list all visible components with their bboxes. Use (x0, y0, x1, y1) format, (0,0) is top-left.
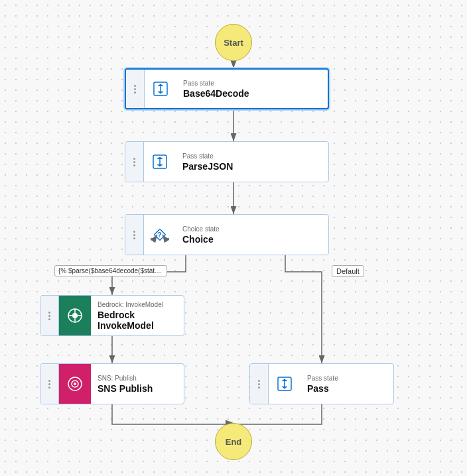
choice-type: Choice state (182, 225, 322, 233)
choice-node[interactable]: ? Choice state Choice (125, 214, 329, 255)
default-label: Default (332, 265, 364, 277)
base64decode-node[interactable]: Pass state Base64Decode (125, 68, 329, 109)
parsejson-name: ParseJSON (182, 161, 322, 172)
sns-text: SNS: Publish SNS Publish (91, 371, 184, 398)
svg-point-20 (74, 383, 76, 385)
end-label: End (226, 437, 242, 447)
parsejson-node[interactable]: Pass state ParseJSON (125, 141, 329, 182)
sns-icon (59, 364, 91, 404)
base64decode-name: Base64Decode (183, 88, 321, 99)
svg-point-13 (72, 313, 78, 318)
end-node[interactable]: End (215, 423, 252, 460)
pass-icon-parsejson (144, 142, 176, 182)
bedrock-name: Bedrock InvokeModel (98, 310, 177, 331)
drag-handle-bedrock (40, 296, 59, 335)
pass-name: Pass (307, 383, 387, 394)
drag-handle-pass (250, 364, 269, 404)
svg-text:?: ? (157, 231, 162, 239)
start-node[interactable]: Start (215, 24, 252, 61)
pass-text: Pass state Pass (300, 371, 393, 398)
bedrock-icon (59, 296, 91, 335)
choice-name: Choice (182, 234, 322, 245)
pass-icon-base64 (145, 70, 176, 108)
start-label: Start (224, 38, 243, 48)
pass-node[interactable]: Pass state Pass (249, 363, 394, 404)
choice-text: Choice state Choice (176, 221, 328, 249)
pass-icon (269, 364, 300, 404)
drag-handle-base64 (126, 70, 145, 108)
bedrock-text: Bedrock: InvokeModel Bedrock InvokeModel (91, 297, 184, 335)
base64decode-type: Pass state (183, 80, 321, 87)
sns-node[interactable]: SNS: Publish SNS Publish (40, 363, 184, 404)
workflow-canvas: Start Pass state Base64Decode (0, 0, 467, 476)
base64decode-text: Pass state Base64Decode (176, 76, 328, 103)
drag-handle-parsejson (125, 142, 144, 182)
condition-label: {% $parse($base64decode($states.input... (54, 265, 167, 276)
sns-name: SNS Publish (98, 383, 177, 394)
sns-type: SNS: Publish (98, 375, 177, 382)
choice-icon: ? (144, 215, 176, 255)
bedrock-type: Bedrock: InvokeModel (98, 301, 177, 308)
drag-handle-choice (125, 215, 144, 255)
drag-handle-sns (40, 364, 59, 404)
pass-type: Pass state (307, 375, 387, 382)
bedrock-node[interactable]: Bedrock: InvokeModel Bedrock InvokeModel (40, 295, 184, 336)
parsejson-type: Pass state (182, 152, 322, 160)
parsejson-text: Pass state ParseJSON (176, 149, 328, 176)
